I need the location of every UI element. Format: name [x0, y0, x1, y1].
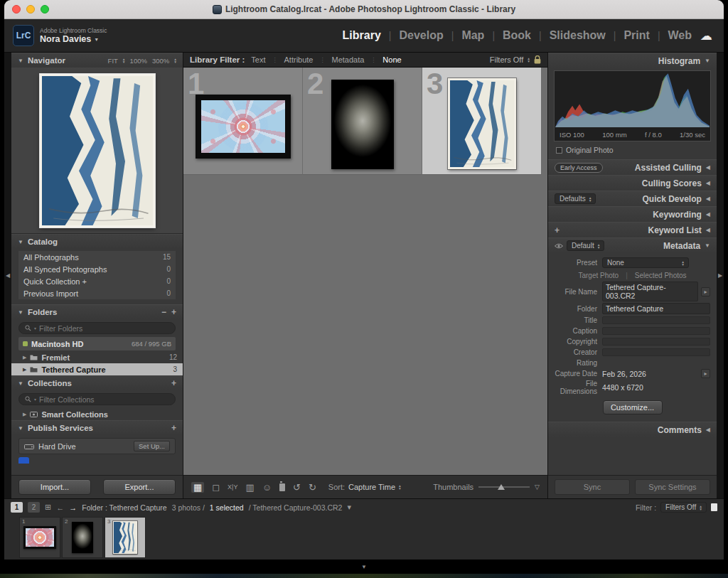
- slider-thumb[interactable]: [498, 484, 505, 490]
- folder-filter-input[interactable]: ▾ Filter Folders: [18, 322, 176, 334]
- module-tab-web[interactable]: Web: [668, 29, 692, 42]
- second-window-button[interactable]: 2: [28, 502, 40, 513]
- zoom-button[interactable]: [41, 5, 49, 14]
- folder-item[interactable]: ▶Tethered Capture3: [11, 363, 183, 375]
- metadata-field-value[interactable]: [602, 348, 710, 356]
- filter-status-dropdown[interactable]: Filters Off: [490, 55, 523, 64]
- grid-cell-3[interactable]: 3: [422, 68, 542, 175]
- add-publish-service-button[interactable]: +: [171, 423, 176, 433]
- assisted-culling-header[interactable]: Early Access Assisted Culling ◀: [548, 159, 717, 175]
- publish-services-header[interactable]: ▼ Publish Services +: [11, 420, 183, 435]
- filmstrip-thumb-3[interactable]: 3: [105, 517, 146, 558]
- original-photo-checkbox[interactable]: [556, 147, 562, 154]
- rotate-right-button[interactable]: ↻: [309, 483, 316, 492]
- metadata-field-action-button[interactable]: ▸: [701, 369, 710, 378]
- publish-item[interactable]: Hard DriveSet Up...: [18, 438, 176, 454]
- zoom-100[interactable]: 100%: [130, 57, 147, 65]
- collection-filter-input[interactable]: ▾ Filter Collections: [18, 393, 176, 405]
- toolbar-options-icon[interactable]: ▽: [535, 484, 540, 491]
- volume-row[interactable]: Macintosh HD 684 / 995 GB: [18, 337, 176, 350]
- cloud-sync-icon[interactable]: ☁: [700, 28, 712, 43]
- module-tab-library[interactable]: Library: [343, 29, 381, 42]
- add-keyword-button[interactable]: +: [555, 225, 560, 235]
- filter-option-attribute[interactable]: Attribute: [284, 55, 314, 64]
- metadata-header[interactable]: Default▴▾ Metadata ▼: [548, 237, 717, 253]
- bottom-panel-toggle[interactable]: ▼: [4, 560, 724, 574]
- filmstrip-thumb-2[interactable]: 2: [62, 517, 103, 558]
- catalog-item[interactable]: Quick Collection +0: [18, 275, 176, 287]
- source-dropdown-icon[interactable]: ▾: [347, 503, 351, 512]
- rotate-left-button[interactable]: ↺: [293, 483, 301, 492]
- disclosure-right-icon[interactable]: ▶: [23, 367, 26, 373]
- filmstrip-filter-dropdown[interactable]: Filters Off▴▾: [660, 502, 707, 513]
- metadata-field-value[interactable]: [602, 338, 710, 346]
- remove-folder-button[interactable]: −: [161, 307, 166, 317]
- module-tab-print[interactable]: Print: [623, 29, 649, 42]
- eye-icon[interactable]: [555, 243, 563, 249]
- filter-option-metadata[interactable]: Metadata: [331, 55, 364, 64]
- photo-thumbnail[interactable]: [448, 78, 516, 169]
- preset-dropdown[interactable]: None▴▾: [602, 257, 689, 268]
- filter-option-text[interactable]: Text: [251, 55, 265, 64]
- tab-selected-photos[interactable]: Selected Photos: [635, 272, 687, 279]
- painter-tool-button[interactable]: [279, 483, 285, 491]
- filter-option-none[interactable]: None: [382, 55, 401, 64]
- module-tab-slideshow[interactable]: Slideshow: [550, 29, 606, 42]
- import-button[interactable]: Import...: [18, 479, 91, 495]
- culling-scores-header[interactable]: Culling Scores ◀: [548, 175, 717, 191]
- add-folder-button[interactable]: +: [171, 307, 176, 317]
- compare-view-button[interactable]: X|Y: [228, 484, 237, 491]
- metadata-field-action-button[interactable]: ▸: [701, 287, 710, 296]
- filmstrip-toggle-button[interactable]: [711, 503, 717, 511]
- histogram-header[interactable]: Histogram ▼: [548, 53, 717, 68]
- zoom-fit[interactable]: FIT: [108, 57, 118, 65]
- keywording-header[interactable]: Keywording ◀: [548, 206, 717, 222]
- module-tab-map[interactable]: Map: [461, 29, 484, 42]
- survey-view-button[interactable]: ▥: [245, 483, 254, 492]
- catalog-item[interactable]: All Photographs15: [18, 251, 176, 263]
- people-view-button[interactable]: ☺: [262, 483, 272, 492]
- identity-plate[interactable]: Adobe Lightroom Classic Nora Davies▼: [40, 27, 107, 44]
- histogram-box[interactable]: ISO 100 100 mm f / 8.0 1/30 sec: [554, 70, 711, 141]
- main-window-button[interactable]: 1: [11, 502, 23, 513]
- sync-settings-button[interactable]: Sync Settings: [635, 479, 710, 495]
- catalog-header[interactable]: ▼ Catalog: [11, 234, 183, 249]
- collection-item[interactable]: ▶Smart Collections: [11, 408, 183, 420]
- grid-view-button[interactable]: ▦: [191, 482, 204, 493]
- quick-develop-header[interactable]: Defaults▴▾ Quick Develop ◀: [548, 191, 717, 206]
- thumbnail-size-slider[interactable]: [478, 486, 530, 488]
- photo-thumbnail[interactable]: [196, 95, 291, 159]
- zoom-300[interactable]: 300%: [152, 57, 169, 65]
- customize-button[interactable]: Customize...: [603, 400, 663, 414]
- metadata-field-value[interactable]: Tethered Capture-003.CR2: [602, 282, 698, 301]
- tab-target-photo[interactable]: Target Photo: [578, 272, 619, 279]
- disclosure-right-icon[interactable]: ▶: [23, 355, 26, 360]
- minimize-button[interactable]: [26, 5, 35, 14]
- catalog-item[interactable]: All Synced Photographs0: [18, 263, 176, 275]
- add-collection-button[interactable]: +: [171, 378, 176, 388]
- metadata-view-dropdown[interactable]: Default▴▾: [567, 240, 604, 251]
- left-panel-collapse[interactable]: ◀: [4, 53, 11, 498]
- disclosure-right-icon[interactable]: ▶: [23, 412, 26, 417]
- filter-lock-icon[interactable]: [534, 55, 541, 64]
- go-forward-button[interactable]: →: [69, 503, 77, 512]
- metadata-field-value[interactable]: [602, 327, 710, 335]
- sort-value-dropdown[interactable]: Capture Time: [348, 483, 395, 491]
- go-back-button[interactable]: ←: [56, 503, 64, 512]
- navigator-header[interactable]: ▼ Navigator FIT ▴▾ 100% 300% ▴▾: [11, 53, 183, 68]
- collections-header[interactable]: ▼ Collections +: [11, 375, 183, 390]
- folder-item[interactable]: ▶Fremiet12: [11, 351, 183, 363]
- sync-button[interactable]: Sync: [555, 479, 630, 495]
- module-tab-book[interactable]: Book: [503, 29, 531, 42]
- grid-cell-2[interactable]: 2: [303, 68, 422, 175]
- navigator-preview[interactable]: [40, 74, 155, 228]
- filmstrip-source-label[interactable]: Folder : Tethered Capture: [82, 503, 166, 512]
- loupe-view-button[interactable]: ◻: [212, 483, 220, 492]
- grid-shortcut-icon[interactable]: ⊞: [45, 503, 51, 512]
- export-button[interactable]: Export...: [103, 479, 176, 495]
- grid-cell-1[interactable]: 1: [183, 68, 303, 175]
- metadata-field-value[interactable]: [602, 316, 710, 324]
- catalog-item[interactable]: Previous Import0: [18, 287, 176, 299]
- metadata-field-value[interactable]: Tethered Capture: [602, 303, 710, 314]
- right-panel-collapse[interactable]: ▶: [717, 53, 724, 498]
